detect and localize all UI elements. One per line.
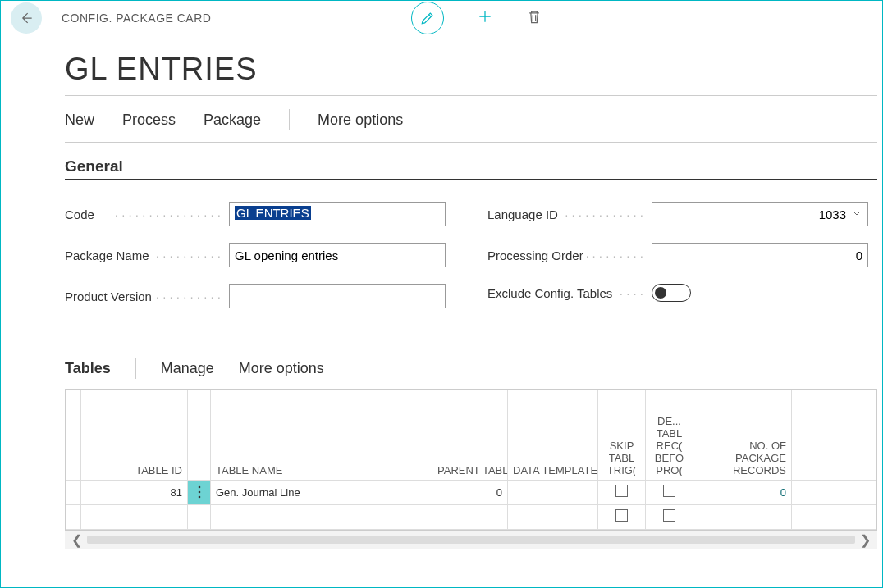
breadcrumb: CONFIG. PACKAGE CARD	[62, 11, 211, 25]
more-vert-icon	[198, 485, 201, 499]
divider	[135, 358, 136, 379]
cell-spacer	[792, 504, 876, 529]
horizontal-scrollbar[interactable]: ❮ ❯	[65, 531, 877, 549]
divider	[289, 109, 290, 130]
language-id-field[interactable]	[652, 202, 868, 226]
col-delete-records[interactable]: DE... TABL REC( BEFO PRO(	[646, 390, 693, 480]
cell-data-template[interactable]	[508, 504, 598, 529]
col-spacer	[792, 390, 876, 480]
table-row[interactable]: 81 Gen. Journal Line 0 0	[66, 480, 876, 504]
tables-grid: TABLE ID TABLE NAME PARENT TABLE ID DATA…	[65, 389, 877, 531]
scroll-left-icon[interactable]: ❮	[71, 532, 82, 548]
scroll-thumb[interactable]	[87, 536, 855, 544]
exclude-config-tables-toggle[interactable]	[652, 284, 691, 302]
cell-parent-id[interactable]: 0	[432, 480, 508, 504]
page-title: GL ENTRIES	[65, 52, 882, 87]
label-product-version: Product Version	[65, 289, 229, 303]
label-processing-order: Processing Order	[487, 248, 652, 262]
svg-point-1	[198, 491, 200, 494]
row-options-cell[interactable]	[188, 504, 211, 529]
action-new[interactable]: New	[65, 112, 94, 129]
col-data-template[interactable]: DATA TEMPLATE	[508, 390, 598, 480]
cell-delete-records[interactable]	[646, 480, 693, 504]
toggle-knob	[655, 287, 666, 299]
grid-header-row: TABLE ID TABLE NAME PARENT TABLE ID DATA…	[66, 390, 876, 480]
col-options	[188, 390, 211, 480]
cell-table-name[interactable]	[211, 504, 432, 529]
checkbox-icon	[663, 485, 675, 497]
table-row[interactable]	[66, 504, 876, 529]
label-exclude-config-tables: Exclude Config. Tables	[487, 286, 652, 300]
cell-skip-triggers[interactable]	[598, 480, 646, 504]
code-value-selected: GL ENTRIES	[235, 206, 311, 220]
cell-pkg-records[interactable]: 0	[693, 480, 792, 504]
cell-table-id[interactable]	[81, 504, 188, 529]
col-parent-table-id[interactable]: PARENT TABLE ID	[432, 390, 508, 480]
subtab-tables[interactable]: Tables	[65, 360, 111, 377]
cell-table-id[interactable]: 81	[81, 480, 188, 504]
action-package[interactable]: Package	[204, 112, 261, 129]
plus-icon	[477, 8, 493, 25]
subtab-more-options[interactable]: More options	[239, 360, 324, 377]
row-select-cell[interactable]	[66, 480, 81, 504]
label-package-name: Package Name	[65, 248, 229, 262]
back-arrow-icon	[18, 10, 34, 26]
row-options-cell[interactable]	[188, 480, 211, 504]
delete-button[interactable]	[526, 8, 542, 28]
package-name-field[interactable]	[229, 243, 446, 267]
col-skip-triggers[interactable]: SKIP TABL TRIG(	[598, 390, 646, 480]
col-no-package-records[interactable]: NO. OF PACKAGE RECORDS	[693, 390, 792, 480]
label-language-id: Language ID	[487, 207, 652, 221]
cell-skip-triggers[interactable]	[598, 504, 646, 529]
checkbox-icon	[663, 509, 675, 522]
cell-data-template[interactable]	[508, 480, 598, 504]
cell-table-name[interactable]: Gen. Journal Line	[211, 480, 432, 504]
cell-parent-id[interactable]	[432, 504, 508, 529]
trash-icon	[526, 8, 542, 25]
pencil-icon	[419, 10, 436, 26]
col-select	[66, 390, 81, 480]
product-version-field[interactable]	[229, 284, 446, 308]
cell-spacer	[792, 480, 876, 504]
fasttab-general[interactable]: General	[65, 157, 877, 180]
svg-point-2	[198, 496, 200, 499]
action-bar: New Process Package More options	[65, 95, 877, 143]
action-more-options[interactable]: More options	[318, 112, 403, 129]
code-field[interactable]: GL ENTRIES	[229, 202, 446, 226]
edit-button[interactable]	[411, 2, 444, 34]
col-table-id[interactable]: TABLE ID	[81, 390, 188, 480]
row-select-cell[interactable]	[66, 504, 81, 529]
checkbox-icon	[615, 509, 628, 522]
col-table-name[interactable]: TABLE NAME	[211, 390, 432, 480]
checkbox-icon	[615, 485, 628, 497]
back-button[interactable]	[11, 2, 42, 34]
cell-pkg-records[interactable]	[693, 504, 792, 529]
scroll-right-icon[interactable]: ❯	[860, 532, 871, 548]
subtab-manage[interactable]: Manage	[161, 360, 214, 377]
label-code: Code	[65, 207, 229, 221]
action-process[interactable]: Process	[122, 112, 176, 129]
cell-delete-records[interactable]	[646, 504, 693, 529]
new-record-button[interactable]	[477, 8, 493, 28]
svg-point-0	[198, 486, 200, 489]
processing-order-field[interactable]	[652, 243, 868, 267]
